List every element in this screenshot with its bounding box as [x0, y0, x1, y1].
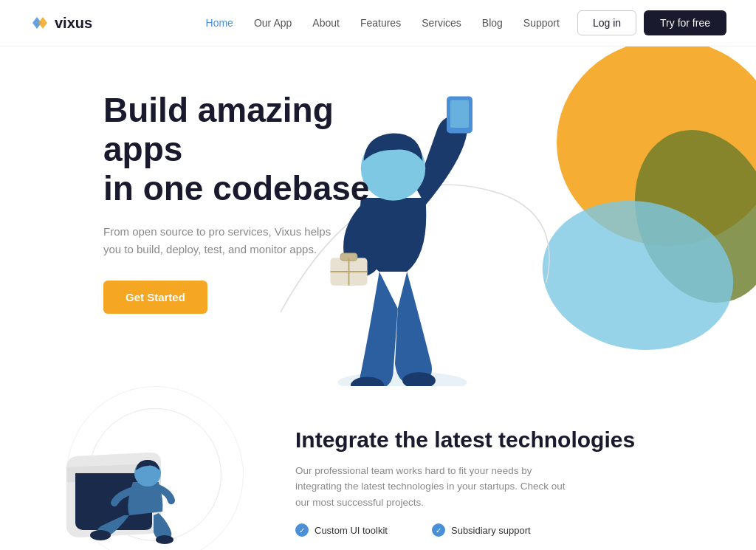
get-started-button[interactable]: Get Started: [103, 281, 207, 314]
nav-link-support[interactable]: Support: [523, 17, 560, 29]
nav-link-ourapp[interactable]: Our App: [254, 17, 292, 29]
feature-label-1: Subsidiary support: [451, 525, 531, 536]
login-button[interactable]: Log in: [577, 10, 636, 35]
brand-name: vixus: [55, 15, 92, 32]
nav-item-support[interactable]: Support: [523, 16, 560, 30]
integrate-section: Integrate the latest technologies Our pr…: [0, 386, 756, 550]
nav-item-services[interactable]: Services: [422, 16, 461, 30]
svg-point-16: [90, 530, 111, 540]
svg-marker-1: [38, 17, 47, 29]
check-icon-0: ✓: [295, 523, 309, 537]
hero-subtitle: From open source to pro services, Vixus …: [103, 223, 347, 258]
nav-link-blog[interactable]: Blog: [482, 17, 503, 29]
nav-link-about[interactable]: About: [312, 17, 340, 29]
section2-illustration-container: [30, 401, 266, 550]
section2-text-block: Integrate the latest technologies Our pr…: [266, 427, 697, 537]
try-for-free-button[interactable]: Try for free: [644, 10, 726, 35]
section2-figure-svg: [44, 408, 251, 550]
check-icon-1: ✓: [432, 523, 445, 537]
features-list: ✓ Custom UI toolkit ✓ Subsidiary support: [295, 523, 697, 537]
logo[interactable]: vixus: [30, 13, 92, 33]
hero-section: Build amazing apps in one codebase From …: [0, 47, 756, 386]
nav-links: Home Our App About Features Services Blo…: [206, 16, 560, 30]
nav-item-blog[interactable]: Blog: [482, 16, 503, 30]
hero-text-block: Build amazing apps in one codebase From …: [103, 91, 413, 314]
svg-point-17: [156, 535, 173, 544]
nav-link-home[interactable]: Home: [206, 17, 233, 29]
nav-item-features[interactable]: Features: [360, 16, 401, 30]
svg-rect-13: [450, 100, 469, 128]
nav-item-ourapp[interactable]: Our App: [254, 16, 292, 30]
feature-item-0: ✓ Custom UI toolkit: [295, 523, 388, 537]
nav-item-home[interactable]: Home: [206, 16, 233, 30]
navbar: vixus Home Our App About Features Servic…: [0, 0, 756, 47]
feature-item-1: ✓ Subsidiary support: [432, 523, 531, 537]
feature-label-0: Custom UI toolkit: [315, 525, 388, 536]
nav-link-features[interactable]: Features: [360, 17, 401, 29]
nav-item-about[interactable]: About: [312, 16, 340, 30]
hero-title: Build amazing apps in one codebase: [103, 91, 413, 208]
section2-description: Our professional team works hard to fit …: [295, 463, 576, 511]
logo-icon: [30, 13, 50, 33]
section2-title: Integrate the latest technologies: [295, 427, 697, 453]
nav-link-services[interactable]: Services: [422, 17, 461, 29]
